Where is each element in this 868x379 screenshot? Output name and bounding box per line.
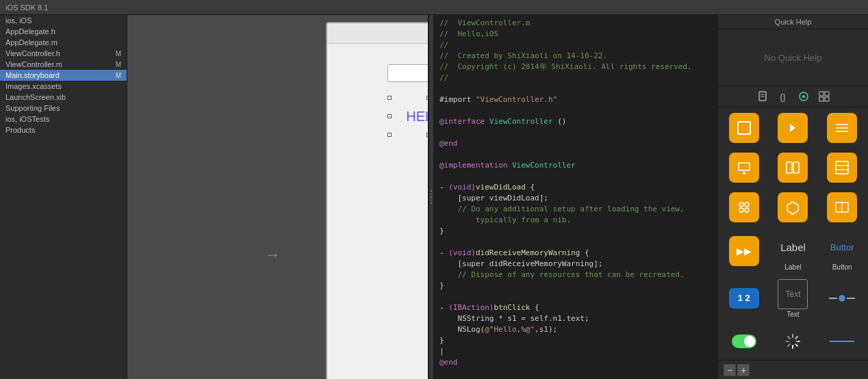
code-line: [super viewDidLoad]; xyxy=(439,193,712,204)
obj-textfield-text: Text xyxy=(787,311,799,318)
code-line: @end xyxy=(439,357,712,368)
code-editor[interactable]: // ViewController.m // Hello,iOS // // C… xyxy=(434,15,717,379)
obj-slider[interactable] xyxy=(819,276,865,321)
obj-avkit[interactable]: ▶▶ xyxy=(721,229,767,274)
minus-plus-controls: − + xyxy=(724,364,750,376)
library-bottom: − + xyxy=(718,360,868,379)
obj-nav-controller[interactable] xyxy=(770,110,817,147)
code-line xyxy=(439,171,712,182)
sidebar-item-label: Main.storyboard xyxy=(5,71,60,79)
obj-collection-vc[interactable] xyxy=(721,190,767,226)
attributes-icon[interactable] xyxy=(815,89,834,104)
obj-split-vc[interactable] xyxy=(770,150,817,187)
status-bar xyxy=(327,23,429,44)
sidebar-item-label: ios, iOS xyxy=(5,16,32,25)
code-line: // Copyright (c) 2014年 ShiXiaoli. All ri… xyxy=(439,62,712,73)
code-line: - (void)didReceiveMemoryWarning { xyxy=(439,248,712,259)
svg-line-42 xyxy=(788,344,790,346)
canvas-area[interactable]: HELLO xyxy=(127,15,429,379)
object-library: ▶▶ Label Label Buttor Button 1 2 xyxy=(718,107,868,360)
plus-button[interactable]: + xyxy=(737,364,750,376)
sidebar-item-iostests[interactable]: ios, iOSTests xyxy=(0,114,127,125)
storyboard-arrow xyxy=(264,248,319,261)
sidebar-item-appdelegate-h[interactable]: AppDelegate.h xyxy=(0,26,127,37)
obj-textfield[interactable]: Text Text xyxy=(770,276,817,321)
obj-switch[interactable] xyxy=(721,324,767,360)
right-panel: Quick Help No Quick Help {} xyxy=(717,15,868,379)
sidebar-item-launchscreen[interactable]: LaunchScreen.xib xyxy=(0,92,127,103)
quick-help-title: Quick Help xyxy=(718,15,868,29)
iphone-frame: HELLO xyxy=(326,22,429,379)
svg-rect-8 xyxy=(825,97,829,101)
minus-button[interactable]: − xyxy=(724,364,736,376)
code-line: // Dispose of any resources that can be … xyxy=(439,270,712,280)
code-line: @interface ViewController () xyxy=(439,116,712,127)
sidebar-item-supporting[interactable]: Supporting Files xyxy=(0,103,127,114)
code-line xyxy=(439,83,712,94)
obj-page-vc[interactable] xyxy=(819,190,865,226)
sidebar-item-ios[interactable]: ios, iOS xyxy=(0,15,127,26)
svg-point-19 xyxy=(743,172,745,174)
code-line: // Hello,iOS xyxy=(439,29,712,40)
identity-icon[interactable] xyxy=(794,89,813,104)
code-line: @implementation ViewController xyxy=(439,160,712,171)
sidebar-item-label: Images.xcassets xyxy=(5,82,62,90)
sidebar-item-label: AppDelegate.m xyxy=(5,38,58,47)
code-line: | xyxy=(439,346,712,357)
top-bar: iOS SDK 8.1 xyxy=(0,0,868,15)
inspector-toolbar: {} xyxy=(718,86,868,107)
sidebar-item-viewcontroller-h[interactable]: ViewController.h M xyxy=(0,48,127,59)
sidebar-item-badge: M xyxy=(116,61,121,68)
code-line: typically from a nib. xyxy=(439,215,712,226)
code-line: NSLog(@"Hello,%@",s1); xyxy=(439,324,712,335)
sidebar-item-label: LaunchScreen.xib xyxy=(5,93,66,101)
quick-help-icon[interactable]: {} xyxy=(774,89,793,104)
obj-table-vc[interactable] xyxy=(819,150,865,187)
svg-rect-27 xyxy=(736,199,752,215)
sidebar-item-badge: M xyxy=(116,72,121,79)
sidebar-item-viewcontroller-m[interactable]: ViewController.m M xyxy=(0,59,127,70)
obj-activity-indicator[interactable] xyxy=(770,324,817,360)
code-line: // xyxy=(439,40,712,51)
svg-line-40 xyxy=(796,344,798,346)
svg-rect-5 xyxy=(819,92,824,96)
sidebar-item-label: Products xyxy=(5,126,35,134)
obj-separator[interactable] xyxy=(819,324,865,360)
quick-help-empty: No Quick Help xyxy=(718,29,868,86)
svg-line-44 xyxy=(788,337,790,339)
sidebar-item-label: ViewController.m xyxy=(5,60,62,68)
divider-handle[interactable] xyxy=(429,15,434,379)
sidebar-item-products[interactable]: Products xyxy=(0,125,127,135)
file-inspector-icon[interactable] xyxy=(753,89,772,104)
code-line: } xyxy=(439,280,712,291)
code-line: } xyxy=(439,226,712,237)
obj-label-text: Label xyxy=(784,263,801,271)
obj-viewcontroller[interactable] xyxy=(721,150,767,187)
svg-line-38 xyxy=(796,337,798,339)
svg-point-4 xyxy=(802,95,805,98)
sidebar: ios, iOS AppDelegate.h AppDelegate.m Vie… xyxy=(0,15,127,379)
code-line: // Created by ShiXiaoli on 14-10-22. xyxy=(439,51,712,62)
sidebar-item-label: ViewController.h xyxy=(5,49,60,57)
obj-storyboard-ref[interactable] xyxy=(721,110,767,147)
obj-segmented[interactable]: 1 2 xyxy=(721,276,767,321)
svg-rect-7 xyxy=(819,97,824,101)
code-line: // Do any additional setup after loading… xyxy=(439,204,712,215)
obj-glkit-vc[interactable] xyxy=(770,190,817,226)
sidebar-item-label: Supporting Files xyxy=(5,104,60,112)
code-line: - (IBAction)btnClick { xyxy=(439,302,712,313)
sidebar-item-images[interactable]: Images.xcassets xyxy=(0,81,127,92)
sidebar-item-appdelegate-m[interactable]: AppDelegate.m xyxy=(0,37,127,48)
code-line: // ViewController.m xyxy=(439,18,712,29)
obj-button[interactable]: Buttor Button xyxy=(819,229,865,274)
code-line xyxy=(439,127,712,138)
top-bar-title: iOS SDK 8.1 xyxy=(5,3,48,12)
obj-label[interactable]: Label Label xyxy=(770,229,817,274)
sidebar-item-main-storyboard[interactable]: Main.storyboard M xyxy=(0,70,127,81)
code-line xyxy=(439,291,712,302)
code-line xyxy=(439,149,712,160)
obj-tableview[interactable] xyxy=(819,110,865,147)
sidebar-item-label: AppDelegate.h xyxy=(5,27,55,36)
text-field-mock[interactable] xyxy=(387,64,429,82)
quick-help-section: Quick Help No Quick Help xyxy=(718,15,868,86)
